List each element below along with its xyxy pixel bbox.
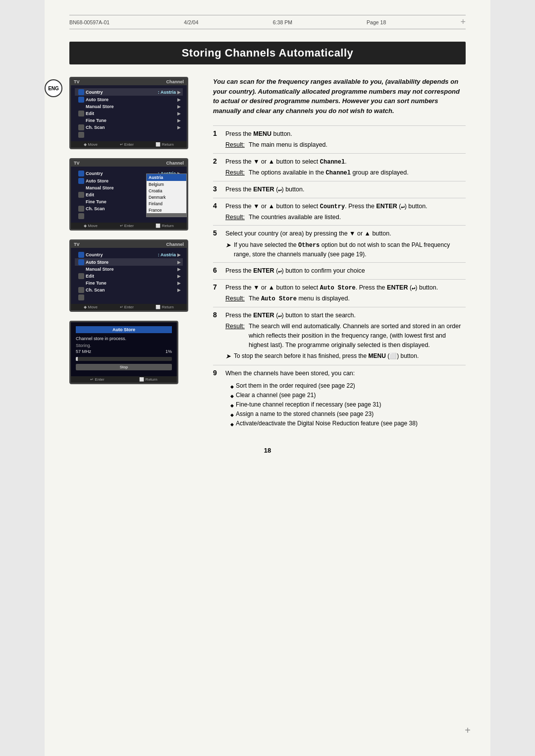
step8-arrow-icon: ➤: [225, 351, 231, 361]
step-row-7: 7 Press the ▼ or ▲ button to select Auto…: [213, 279, 466, 307]
step8-enter-bold: ENTER: [253, 312, 274, 319]
footer-enter-1: ↵ Enter: [120, 142, 134, 147]
step8-note: ➤ To stop the search before it has finis…: [225, 351, 466, 361]
step9-bullet-1: Sort them in the order required (see pag…: [230, 381, 466, 391]
progress-bar-container: [76, 357, 172, 361]
footer-move-1: ◆ Move: [84, 142, 98, 147]
tv-screen-2: TV Channel Country : Austria ▶ Auto Stor…: [69, 158, 188, 231]
step2-channel-code: Channel: [320, 159, 345, 166]
menu-row-extra-1: [75, 131, 183, 138]
step-num-5: 5: [213, 229, 225, 237]
step2-channel-code2: Channel: [326, 170, 351, 176]
step-content-2: Press the ▼ or ▲ button to select Channe…: [225, 157, 466, 177]
menu-icon-country-3: [78, 252, 84, 258]
footer-return-2: ⬜ Return: [156, 224, 173, 228]
menu-row-extra-3: [75, 293, 183, 301]
tv-screen-2-inner: Country : Austria ▶ Auto Store Manual St…: [71, 167, 187, 223]
tv-footer-1: ◆ Move ↵ Enter ⬜ Return: [71, 141, 187, 148]
document-time: 6:38 PM: [273, 19, 292, 25]
tv-screen-3: TV Channel Country : Austria ▶ Auto Stor…: [69, 239, 188, 312]
auto-store-label-storing: Storing.: [76, 343, 172, 348]
step8-result-row: Result: The search will end automaticall…: [225, 322, 466, 349]
page-title: Storing Channels Automatically: [79, 47, 456, 59]
step2-result-text: The options available in the Channel gro…: [249, 168, 409, 177]
menu-icon-chscan-1: [78, 124, 84, 130]
tv-label-left-2: TV: [74, 161, 80, 166]
step-row-1: 1 Press the MENU button. Result: The mai…: [213, 125, 466, 153]
menu-row-country-1: Country : Austria ▶: [75, 88, 183, 96]
step8-enter-code: ↵: [278, 312, 281, 319]
step4-result-label: Result:: [225, 213, 245, 222]
step-row-5: 5 Select your country (or area) by press…: [213, 225, 466, 262]
right-column: You can scan for the frequency ranges av…: [213, 77, 466, 432]
step9-bullet-3: Fine-tune channel reception if necessary…: [230, 400, 466, 409]
crosshair-top: +: [460, 17, 466, 27]
dropdown-item-belgium: Belgium: [147, 181, 186, 187]
auto-store-percent: 1%: [165, 349, 172, 354]
menu-icon-extra-2: [78, 213, 84, 219]
menu-row-edit-3: Edit ▶: [75, 272, 183, 280]
menu-row-country-3: Country : Austria ▶: [75, 251, 183, 258]
step7-enter-code: ↵: [412, 285, 415, 291]
tv-screen-3-label: TV Channel: [71, 241, 187, 248]
menu-icon-edit-3: [78, 273, 84, 279]
main-content: TV Channel Country : Austria ▶ Auto Stor…: [69, 77, 466, 432]
menu-icon-edit-2: [78, 192, 84, 198]
step-row-2: 2 Press the ▼ or ▲ button to select Chan…: [213, 153, 466, 181]
step4-enter-code: ↵: [401, 203, 404, 210]
menu-row-chscan-1: Ch. Scan ▶: [75, 123, 183, 131]
step9-bullet-4: Assign a name to the stored channels (se…: [230, 409, 466, 419]
step5-note-text: If you have selected the Others option b…: [234, 240, 466, 259]
menu-row-finetune-1: Fine Tune ▶: [75, 117, 183, 123]
eng-badge: ENG: [45, 79, 62, 97]
step-content-7: Press the ▼ or ▲ button to select Auto S…: [225, 283, 466, 303]
tv-label-left-3: TV: [74, 242, 80, 247]
step2-result-row: Result: The options available in the Cha…: [225, 168, 466, 177]
step9-bullet-2: Clear a channel (see page 21): [230, 391, 466, 400]
tv-screen-1-label: TV Channel: [71, 78, 187, 85]
step7-result-row: Result: The Auto Store menu is displayed…: [225, 294, 466, 303]
step6-enter-code: ↵: [278, 268, 281, 275]
menu-row-autostore-3: Auto Store ▶: [75, 258, 183, 266]
step7-autostore-code: Auto Store: [320, 285, 356, 291]
step6-enter-bold: ENTER: [253, 267, 274, 274]
left-column: TV Channel Country : Austria ▶ Auto Stor…: [69, 77, 198, 432]
step7-result-label: Result:: [225, 294, 245, 303]
step8-result-text: The search will end automatically. Chann…: [249, 322, 466, 349]
stop-button[interactable]: Stop: [76, 364, 172, 370]
menu-row-autostore-1: Auto Store ▶: [75, 96, 183, 103]
footer-enter-3: ↵ Enter: [120, 305, 134, 309]
steps-table: 1 Press the MENU button. Result: The mai…: [213, 125, 466, 432]
menu-icon-extra-1: [78, 132, 84, 138]
auto-store-process-line: Channel store in process.: [76, 336, 172, 341]
tv-label-right-2: Channel: [166, 161, 184, 166]
step-num-7: 7: [213, 283, 225, 291]
menu-icon-country-1: [78, 89, 84, 95]
step7-result-text: The Auto Store menu is displayed.: [249, 294, 350, 303]
menu-row-finetune-3: Fine Tune ▶: [75, 280, 183, 286]
auto-store-footer-enter: ↵ Enter: [90, 377, 104, 382]
step1-result-row: Result: The main menu is displayed.: [225, 140, 466, 150]
tv-screen-1-inner: Country : Austria ▶ Auto Store ▶ Manual …: [71, 85, 187, 141]
page-title-bar: Storing Channels Automatically: [69, 42, 466, 64]
auto-store-screen: Auto Store Channel store in process. Sto…: [69, 321, 178, 384]
document-date: 4/2/04: [184, 19, 198, 25]
step3-enter-code: ↵: [278, 186, 281, 193]
step-num-9: 9: [213, 369, 225, 377]
dropdown-more-indicator: [147, 213, 186, 217]
menu-row-manualstore-3: Manual Store ▶: [75, 266, 183, 272]
document-id: BN68-00597A-01: [69, 19, 109, 25]
step4-country-code: Country: [320, 203, 345, 210]
step3-enter-bold: ENTER: [253, 186, 274, 193]
dropdown-item-croatia: Croatia: [147, 187, 186, 194]
crosshair-bottom-right: +: [465, 725, 471, 736]
step7-enter-bold: ENTER: [387, 284, 408, 291]
step-content-8: Press the ENTER (↵) button to start the …: [225, 311, 466, 361]
step5-note: ➤ If you have selected the Others option…: [225, 240, 466, 259]
top-header: BN68-00597A-01 4/2/04 6:38 PM Page 18 +: [69, 15, 466, 29]
menu-icon-extra-3: [78, 294, 84, 300]
tv-footer-2: ◆ Move ↵ Enter ⬜ Return: [71, 223, 187, 229]
step8-menu-bold: MENU: [369, 352, 386, 359]
step-num-8: 8: [213, 311, 225, 319]
tv-footer-3: ◆ Move ↵ Enter ⬜ Return: [71, 304, 187, 310]
